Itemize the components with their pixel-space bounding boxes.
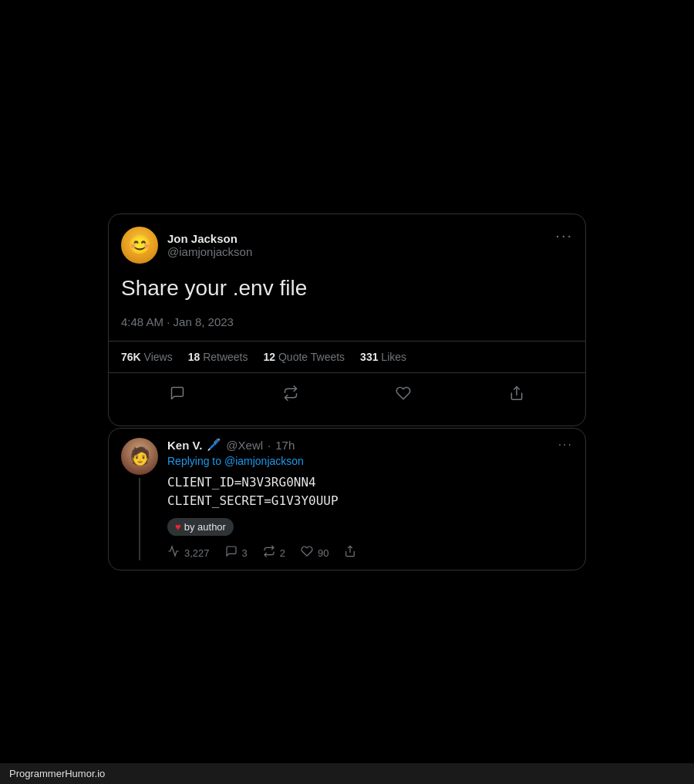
original-tweet: 😊 Jon Jackson @iamjonjackson ··· Share y… — [108, 214, 586, 426]
reply-author-emoji: 🖊️ — [207, 438, 221, 452]
reply-heart-icon — [301, 545, 313, 560]
reply-dot: · — [268, 439, 271, 452]
badge-text: by author — [184, 521, 226, 533]
reply-line2: CLIENT_SECRET=G1V3Y0UUP — [167, 492, 573, 510]
views-count: 76K — [121, 351, 141, 363]
tweet-stats: 76K Views 18 Retweets 12 Quote Tweets 33… — [121, 342, 573, 372]
reply-comments-count: 3 — [242, 547, 248, 559]
tweet-content: Share your .env file — [121, 273, 573, 303]
reply-comment-icon — [225, 545, 238, 560]
footer-bar: ProgrammerHumor.io — [0, 763, 694, 784]
reply-author-row: Ken V. 🖊️ @Xewl · 17h — [167, 438, 295, 452]
quote-tweets-stat: 12 Quote Tweets — [264, 351, 345, 363]
reply-actions: 3,227 3 — [167, 545, 573, 560]
reply-time: 17h — [275, 439, 295, 452]
badge-heart-icon: ♥ — [175, 521, 181, 533]
author-name: Jon Jackson — [167, 232, 252, 245]
retweet-icon — [283, 385, 298, 401]
reply-share-button[interactable] — [344, 545, 356, 560]
replying-to-label: Replying to — [167, 455, 221, 467]
reply-share-icon — [344, 545, 356, 560]
reply-views-count: 3,227 — [184, 547, 210, 559]
retweets-count: 18 — [188, 351, 200, 363]
share-icon — [509, 385, 524, 401]
reply-views-action: 3,227 — [167, 545, 210, 560]
views-stat: 76K Views — [121, 351, 173, 363]
comment-button[interactable] — [163, 379, 191, 407]
reply-like-button[interactable]: 90 — [301, 545, 328, 560]
retweet-button[interactable] — [277, 379, 305, 407]
heart-icon — [396, 385, 411, 401]
quote-tweets-label: Quote Tweets — [278, 351, 345, 363]
reply-retweets-count: 2 — [280, 547, 285, 559]
replying-to-handle[interactable]: @iamjonjackson — [224, 455, 304, 467]
likes-stat: 331 Likes — [360, 351, 406, 363]
reply-tweet: 🧑 Ken V. 🖊️ @Xewl · 17h ··· Replyin — [108, 428, 586, 570]
avatar-ken: 🧑 — [121, 438, 158, 475]
tweet-actions — [121, 373, 573, 413]
reply-inner: 🧑 Ken V. 🖊️ @Xewl · 17h ··· Replyin — [121, 438, 573, 560]
reply-author-name: Ken V. — [167, 439, 202, 452]
comment-icon — [170, 385, 185, 401]
reply-left: 🧑 — [121, 438, 158, 560]
likes-count: 331 — [360, 351, 378, 363]
reply-right: Ken V. 🖊️ @Xewl · 17h ··· Replying to @i… — [167, 438, 573, 560]
reply-retweet-button[interactable]: 2 — [263, 545, 285, 560]
likes-label: Likes — [381, 351, 406, 363]
share-button[interactable] — [503, 379, 531, 407]
footer-text: ProgrammerHumor.io — [9, 768, 105, 779]
like-button[interactable] — [389, 379, 417, 407]
reply-comment-button[interactable]: 3 — [225, 545, 248, 560]
reply-content: CLIENT_ID=N3V3RG0NN4 CLIENT_SECRET=G1V3Y… — [167, 473, 573, 510]
thread-line — [139, 478, 140, 560]
quote-tweets-count: 12 — [264, 351, 276, 363]
reply-more-options-button[interactable]: ··· — [558, 438, 573, 452]
tweet-timestamp: 4:48 AM · Jan 8, 2023 — [121, 315, 573, 328]
reply-retweet-icon — [263, 545, 275, 560]
retweets-label: Retweets — [203, 351, 248, 363]
views-label: Views — [144, 351, 173, 363]
by-author-badge: ♥ by author — [167, 518, 234, 536]
author-info: Jon Jackson @iamjonjackson — [167, 232, 252, 258]
reply-header: Ken V. 🖊️ @Xewl · 17h ··· — [167, 438, 573, 452]
avatar: 😊 — [121, 227, 158, 264]
tweet-header: 😊 Jon Jackson @iamjonjackson ··· — [121, 227, 573, 264]
views-icon — [167, 545, 180, 560]
reply-likes-count: 90 — [318, 547, 328, 559]
tweet-author: 😊 Jon Jackson @iamjonjackson — [121, 227, 252, 264]
more-options-button[interactable]: ··· — [555, 227, 573, 244]
author-handle: @iamjonjackson — [167, 245, 252, 258]
reply-author-handle: @Xewl — [226, 439, 263, 452]
reply-line1: CLIENT_ID=N3V3RG0NN4 — [167, 473, 573, 492]
retweets-stat: 18 Retweets — [188, 351, 248, 363]
replying-to: Replying to @iamjonjackson — [167, 455, 573, 467]
